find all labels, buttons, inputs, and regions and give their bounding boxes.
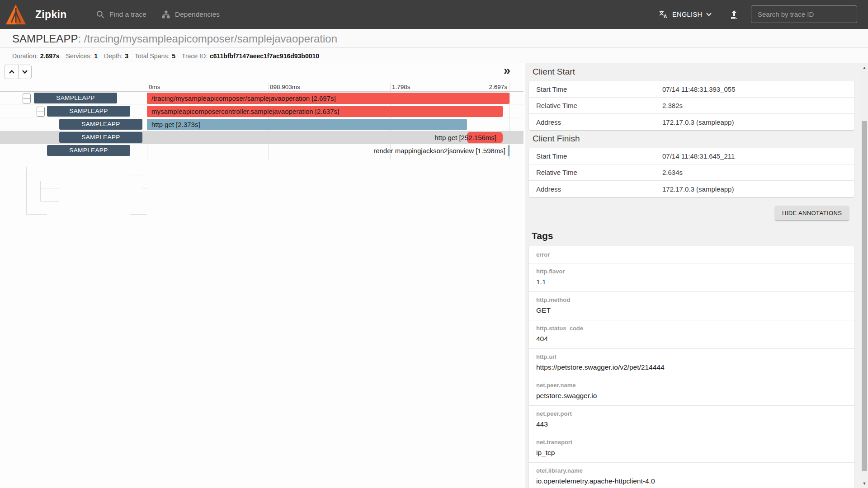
- service-badge[interactable]: SAMPLEAPP: [59, 132, 142, 143]
- span-rows: SAMPLEAPP /tracing/mysampleapicomposer/s…: [0, 92, 524, 157]
- tree-connector: [130, 175, 147, 175]
- tree-connector: [40, 181, 41, 201]
- detail-value: 2.634s: [662, 169, 847, 176]
- vertical-scrollbar[interactable]: ▲ ▼: [861, 63, 868, 488]
- service-badge-label: SAMPLEAPP: [56, 94, 94, 101]
- scrollbar-thumb[interactable]: [862, 121, 867, 471]
- nav-dependencies-label: Dependencies: [175, 10, 220, 19]
- detail-label: Relative Time: [536, 102, 662, 109]
- page-title: SAMPLEAPP: /tracing/mysampleapicomposer/…: [12, 33, 337, 45]
- scroll-down-arrow-icon[interactable]: ▼: [861, 480, 868, 487]
- tree-connector: [26, 175, 36, 175]
- span-row[interactable]: SAMPLEAPP /tracing/mysampleapicomposer/s…: [0, 92, 524, 105]
- tag-row: http.url https://petstore.swagger.io/v2/…: [529, 349, 854, 377]
- tree-connector: [40, 201, 59, 202]
- tag-value: io.opentelemetry.apache-httpclient-4.0: [536, 476, 847, 486]
- tag-value: https://petstore.swagger.io/v2/pet/21444…: [536, 362, 847, 372]
- client-start-card: Start Time 07/14 11:48:31.393_055 Relati…: [529, 81, 854, 130]
- span-row[interactable]: SAMPLEAPP http get [2.373s]: [0, 118, 524, 131]
- tag-key: net.peer.port: [536, 410, 847, 418]
- tree-connector: [117, 162, 147, 162]
- stat-services: Services:1: [66, 52, 98, 60]
- span-row[interactable]: SAMPLEAPP render mappingjackson2jsonview…: [0, 144, 524, 157]
- tag-value: petstore.swagger.io: [536, 391, 847, 400]
- tag-key: http.method: [536, 296, 847, 304]
- tag-value: 443: [536, 419, 847, 429]
- span-row[interactable]: SAMPLEAPP mysampleapicomposercontroller.…: [0, 105, 524, 118]
- chevron-down-icon: [706, 13, 712, 16]
- span-label: http get [2.373s]: [151, 118, 200, 131]
- collapse-panel-button[interactable]: »: [504, 64, 510, 77]
- span-chart-area: render mappingjackson2jsonview [1.598ms]: [147, 144, 509, 157]
- detail-row: Start Time 07/14 11:48:31.393_055: [529, 81, 854, 98]
- trace-stats-bar: Duration:2.697s Services:1 Depth:3 Total…: [0, 48, 868, 63]
- nav-dependencies[interactable]: Dependencies: [161, 0, 220, 29]
- tag-value: ip_tcp: [536, 448, 847, 457]
- upload-trace-button[interactable]: [727, 7, 741, 22]
- tag-row: error: [529, 246, 854, 263]
- stat-total-spans: Total Spans:5: [135, 52, 175, 60]
- span-label: render mappingjackson2jsonview [1.598ms]: [373, 144, 505, 157]
- tree-connector: [40, 188, 59, 188]
- timeline-ruler: 0ms 898.903ms 1.798s 2.697s: [0, 83, 524, 92]
- span-row-selected[interactable]: SAMPLEAPP http get [252.156ms]: [0, 131, 524, 144]
- collapse-toggle-icon[interactable]: [37, 107, 45, 117]
- language-label: ENGLISH: [672, 11, 702, 18]
- span-details-panel: Client Start Start Time 07/14 11:48:31.3…: [525, 63, 861, 488]
- detail-value: 172.17.0.3 (sampleapp): [662, 185, 847, 193]
- tag-value: 404: [536, 334, 847, 343]
- nav-find-a-trace[interactable]: Find a trace: [96, 0, 146, 29]
- prev-span-button[interactable]: [5, 65, 18, 79]
- next-span-button[interactable]: [18, 65, 32, 79]
- collapse-toggle-icon[interactable]: [23, 94, 31, 103]
- tag-row: net.peer.port 443: [529, 406, 854, 434]
- tag-row: http.flavor 1.1: [529, 263, 854, 292]
- stat-depth: Depth:3: [104, 52, 128, 60]
- upload-icon: [729, 9, 740, 20]
- span-label: /tracing/mysampleapicomposer/samplejavao…: [151, 92, 336, 105]
- brand-title: Zipkin: [35, 0, 67, 29]
- span-label: http get [252.156ms]: [434, 131, 496, 144]
- zipkin-logo-icon[interactable]: [5, 4, 26, 25]
- trace-operation-name: /tracing/mysampleapicomposer/samplejavao…: [84, 33, 337, 45]
- language-selector[interactable]: A ENGLISH: [658, 0, 712, 29]
- detail-label: Relative Time: [536, 169, 662, 176]
- search-input[interactable]: [751, 5, 857, 23]
- span-chart-area: /tracing/mysampleapicomposer/samplejavao…: [147, 92, 509, 105]
- chevron-down-icon: [22, 70, 28, 74]
- service-badge[interactable]: SAMPLEAPP: [59, 119, 142, 130]
- service-badge[interactable]: SAMPLEAPP: [47, 106, 130, 117]
- trace-stats: Duration:2.697s Services:1 Depth:3 Total…: [12, 48, 319, 63]
- service-badge-label: SAMPLEAPP: [69, 108, 108, 114]
- nav-find-a-trace-label: Find a trace: [109, 10, 146, 19]
- hide-annotations-button[interactable]: HIDE ANNOTATIONS: [775, 206, 849, 220]
- timeline-panel: » 0ms 898.903ms 1.798s 2.697s SAMPLEAPP: [0, 63, 524, 488]
- tag-row: net.transport ip_tcp: [529, 434, 854, 463]
- tag-key: http.flavor: [536, 267, 847, 275]
- title-separator: :: [78, 33, 84, 45]
- detail-label: Address: [536, 185, 662, 193]
- tree-connector: [142, 188, 147, 188]
- translate-icon: A: [658, 9, 668, 19]
- detail-row: Address 172.17.0.3 (sampleapp): [529, 181, 854, 197]
- tag-value: GET: [536, 305, 847, 315]
- service-badge-label: SAMPLEAPP: [81, 134, 120, 141]
- tag-key: http.status_code: [536, 324, 847, 332]
- navbar: Zipkin Find a trace Dependencies A ENGLI…: [0, 0, 868, 29]
- stat-duration: Duration:2.697s: [12, 52, 60, 60]
- scroll-up-arrow-icon[interactable]: ▲: [861, 64, 868, 71]
- span-chart-area: http get [2.373s]: [147, 118, 509, 131]
- service-badge[interactable]: SAMPLEAPP: [34, 93, 117, 103]
- service-badge[interactable]: SAMPLEAPP: [47, 145, 130, 156]
- tag-key: net.peer.name: [536, 381, 847, 389]
- tags-card: error http.flavor 1.1 http.method GET ht…: [529, 246, 854, 488]
- span-bar[interactable]: [508, 145, 509, 156]
- zipkin-app: Zipkin Find a trace Dependencies A ENGLI…: [0, 0, 868, 488]
- tag-key: error: [536, 251, 847, 258]
- tick-label: 1.798s: [392, 84, 410, 90]
- tree-connector: [130, 214, 147, 215]
- chevron-up-icon: [9, 70, 15, 74]
- span-label: mysampleapicomposercontroller.samplejava…: [151, 105, 339, 118]
- service-badge-label: SAMPLEAPP: [69, 147, 108, 154]
- detail-value: 2.382s: [662, 102, 847, 109]
